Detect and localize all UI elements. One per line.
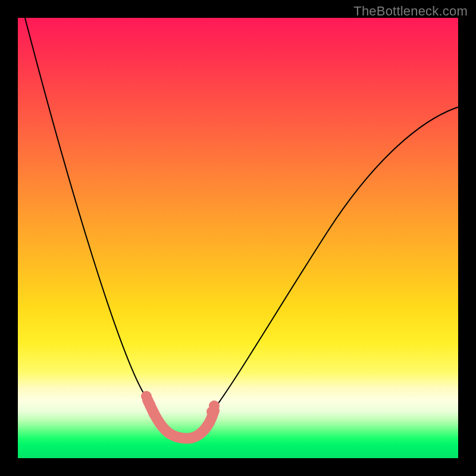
chart-plot-area: [18, 18, 458, 458]
right-curve: [209, 107, 458, 415]
valley-pink-band: [148, 400, 214, 439]
chart-svg: [18, 18, 458, 458]
valley-pink-dots-right: [209, 400, 220, 411]
watermark-text: TheBottleneck.com: [353, 4, 468, 19]
left-curve: [25, 18, 161, 418]
chart-frame: TheBottleneck.com: [0, 0, 476, 476]
valley-pink-dots-left: [148, 408, 159, 418]
